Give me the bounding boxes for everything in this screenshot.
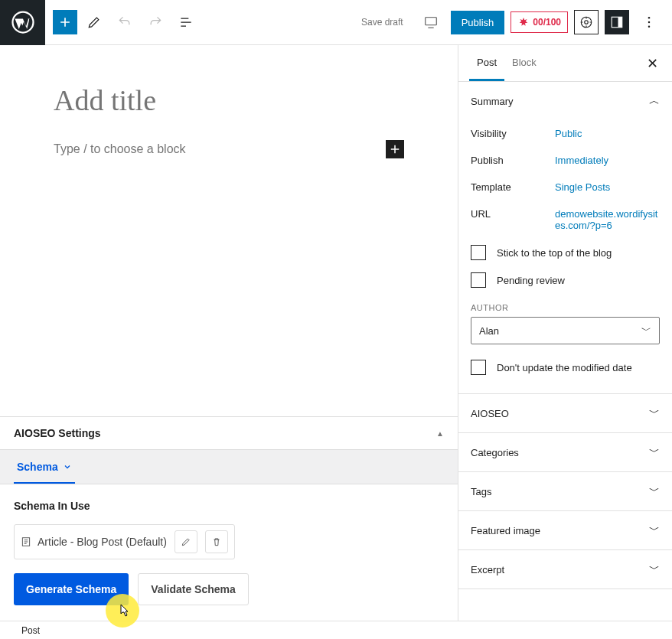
svg-rect-5 xyxy=(618,17,622,28)
schema-item: Article - Blog Post (Default) xyxy=(14,524,235,559)
aioseo-settings-title: AIOSEO Settings xyxy=(14,427,101,439)
publish-date-value[interactable]: Immediately xyxy=(555,155,660,166)
settings-panel-button[interactable] xyxy=(605,10,629,34)
dont-update-checkbox[interactable] xyxy=(471,360,486,375)
publish-date-label: Publish xyxy=(471,155,555,166)
schema-item-name: Article - Blog Post (Default) xyxy=(38,536,167,548)
post-title-input[interactable] xyxy=(54,83,404,117)
tab-schema[interactable]: Schema xyxy=(14,450,75,484)
edit-schema-button[interactable] xyxy=(175,530,197,553)
url-label: URL xyxy=(471,208,555,220)
breadcrumb[interactable]: Post xyxy=(21,625,40,636)
featured-image-section-header[interactable]: Featured image ﹀ xyxy=(458,511,672,549)
wordpress-logo[interactable] xyxy=(0,0,45,45)
visibility-value[interactable]: Public xyxy=(555,128,660,139)
publish-button[interactable]: Publish xyxy=(451,11,505,34)
stick-checkbox[interactable] xyxy=(471,245,486,260)
caret-up-icon: ▲ xyxy=(436,429,444,438)
save-draft-button[interactable]: Save draft xyxy=(354,17,411,28)
excerpt-section-header[interactable]: Excerpt ﹀ xyxy=(458,550,672,588)
chevron-down-icon: ﹀ xyxy=(641,324,651,337)
visibility-label: Visibility xyxy=(471,128,555,139)
svg-point-8 xyxy=(648,26,651,28)
svg-rect-1 xyxy=(425,18,436,25)
tags-section-header[interactable]: Tags ﹀ xyxy=(458,472,672,510)
summary-title: Summary xyxy=(471,96,514,107)
validate-schema-button[interactable]: Validate Schema xyxy=(138,573,249,605)
delete-schema-button[interactable] xyxy=(205,530,228,553)
summary-section-header[interactable]: Summary ︿ xyxy=(458,82,672,120)
chevron-down-icon: ﹀ xyxy=(649,562,660,576)
document-outline-icon[interactable] xyxy=(172,8,200,36)
tags-section-title: Tags xyxy=(471,486,491,497)
undo-icon xyxy=(111,8,139,36)
author-heading: AUTHOR xyxy=(471,303,660,312)
add-block-inline-button[interactable] xyxy=(386,140,404,158)
generate-schema-button[interactable]: Generate Schema xyxy=(14,573,129,605)
svg-point-7 xyxy=(648,21,651,24)
author-select[interactable]: Alan ﹀ xyxy=(471,317,660,344)
excerpt-section-title: Excerpt xyxy=(471,564,504,575)
edit-icon[interactable] xyxy=(80,8,108,36)
sidebar-tab-block[interactable]: Block xyxy=(504,46,544,81)
chevron-up-icon: ︿ xyxy=(649,94,660,108)
dont-update-label: Don't update the modified date xyxy=(497,362,632,373)
sidebar-tab-post[interactable]: Post xyxy=(469,46,504,81)
categories-section-title: Categories xyxy=(471,447,519,458)
chevron-down-icon: ﹀ xyxy=(649,484,660,498)
aioseo-section-header[interactable]: AIOSEO ﹀ xyxy=(458,394,672,432)
svg-point-3 xyxy=(585,21,589,24)
tab-schema-label: Schema xyxy=(17,461,58,473)
stick-label: Stick to the top of the blog xyxy=(497,247,612,259)
preview-icon[interactable] xyxy=(417,8,445,36)
pending-review-label: Pending review xyxy=(497,275,565,286)
article-icon xyxy=(21,536,31,547)
chevron-down-icon: ﹀ xyxy=(649,406,660,420)
seo-score-value: 00/100 xyxy=(533,17,561,28)
aioseo-section-title: AIOSEO xyxy=(471,408,509,419)
redo-icon xyxy=(142,8,169,36)
url-value[interactable]: demowebsite.wordifysites.com/?p=6 xyxy=(555,208,660,231)
pending-review-checkbox[interactable] xyxy=(471,272,486,288)
categories-section-header[interactable]: Categories ﹀ xyxy=(458,433,672,471)
author-value: Alan xyxy=(479,325,499,337)
aioseo-settings-header[interactable]: AIOSEO Settings ▲ xyxy=(0,417,458,450)
seo-score-button[interactable]: 00/100 xyxy=(511,11,568,33)
svg-point-6 xyxy=(648,17,651,19)
more-options-icon[interactable] xyxy=(635,8,663,36)
schema-in-use-label: Schema In Use xyxy=(14,500,444,512)
add-block-button[interactable] xyxy=(53,10,77,34)
template-value[interactable]: Single Posts xyxy=(555,181,660,193)
template-label: Template xyxy=(471,181,555,193)
close-sidebar-icon[interactable]: ✕ xyxy=(644,52,661,75)
chevron-down-icon: ﹀ xyxy=(649,523,660,537)
featured-image-section-title: Featured image xyxy=(471,525,540,536)
block-placeholder[interactable]: Type / to choose a block xyxy=(54,142,386,156)
chevron-down-icon: ﹀ xyxy=(649,445,660,459)
chevron-down-icon xyxy=(63,462,72,471)
yoast-button[interactable] xyxy=(574,10,599,34)
